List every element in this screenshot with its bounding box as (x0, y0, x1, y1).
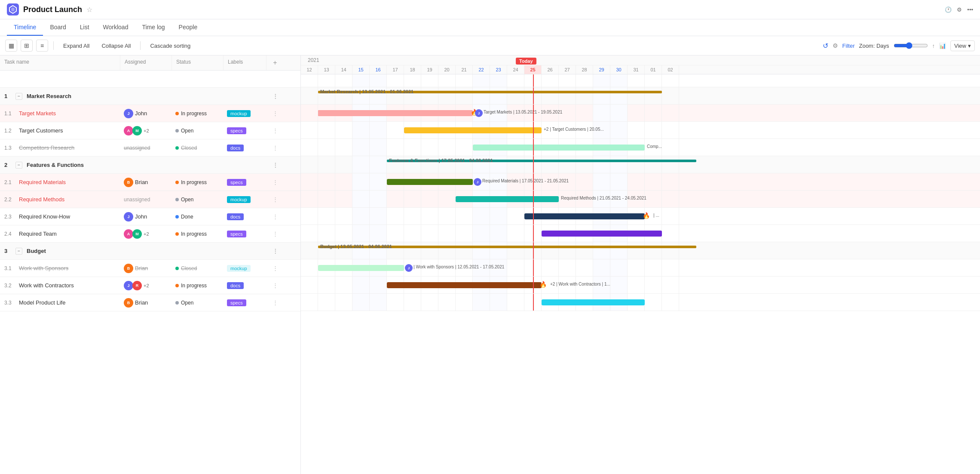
gantt-task-bar[interactable] (456, 196, 559, 202)
label-badge[interactable]: specs (227, 231, 246, 237)
view-btn[interactable]: View ▾ (950, 40, 975, 51)
gantt-task-bar[interactable] (524, 213, 645, 219)
tab-timeline[interactable]: Timeline (7, 19, 43, 36)
task-name[interactable]: Required Materials (19, 179, 66, 185)
label-badge[interactable]: docs (227, 145, 244, 151)
cascade-sorting-btn[interactable]: Cascade sorting (146, 41, 195, 51)
label-badge[interactable]: mockup (227, 265, 251, 272)
task-name[interactable]: Model Product Life (19, 299, 65, 306)
filter-icon[interactable]: ⚙ (833, 42, 838, 49)
gantt-row (301, 294, 980, 311)
assigned-cell: B Brian (120, 261, 172, 276)
gantt-day: 01 (645, 65, 662, 74)
table-row: 3 − Budget ⋮ (0, 243, 300, 260)
gantt-task-bar[interactable] (387, 179, 473, 185)
toolbar-right: ↺ ⚙ Filter Zoom: Days ↑ 📊 View ▾ (823, 40, 975, 51)
plus-count: +2 (144, 128, 149, 133)
today-line (533, 242, 534, 259)
label-badge[interactable]: mockup (227, 196, 251, 203)
gantt-task-bar[interactable] (404, 127, 542, 133)
task-name: Features & Functions (27, 162, 84, 168)
expand-all-btn[interactable]: Expand All (59, 41, 94, 51)
label-badge[interactable]: specs (227, 127, 246, 134)
row-menu[interactable]: ⋮ (266, 176, 284, 188)
gantt-icon[interactable]: ≡ (36, 40, 48, 52)
gantt-day: 14 (335, 65, 352, 74)
tab-people[interactable]: People (172, 19, 205, 36)
today-line (533, 156, 534, 173)
zoom-slider[interactable] (894, 42, 928, 49)
add-column-btn[interactable]: + (266, 55, 284, 70)
label-badge[interactable]: docs (227, 213, 244, 220)
label-cell: specs (224, 297, 266, 309)
label-badge[interactable]: mockup (227, 110, 251, 117)
gantt-task-label: | Work with Sponsors | 12.05.2021 - 17.0… (413, 265, 504, 269)
task-name[interactable]: Work with Sponsors (19, 265, 68, 271)
task-name[interactable]: Target Markets (19, 110, 56, 117)
row-menu[interactable]: ⋮ (266, 159, 284, 171)
grid-icon[interactable]: ▦ (5, 40, 17, 52)
app-header: Product Launch ☆ 🕐 ⚙ ••• (0, 0, 980, 19)
export-icon[interactable]: ↑ (932, 43, 935, 49)
history-icon[interactable]: 🕐 (945, 6, 952, 13)
task-name[interactable]: Required Team (19, 231, 57, 237)
gantt-task-bar[interactable] (318, 110, 473, 116)
gantt-row (301, 225, 980, 242)
filter-btn[interactable]: Filter (842, 43, 855, 49)
row-number: 2.1 (4, 179, 16, 185)
status-cell: In progress (172, 228, 224, 240)
row-menu[interactable]: ⋮ (266, 297, 284, 308)
row-menu[interactable]: ⋮ (266, 280, 284, 291)
gantt-task-bar[interactable] (318, 265, 404, 271)
gantt-task-bar[interactable] (542, 299, 645, 305)
gantt-task-bar[interactable] (473, 145, 645, 151)
today-line (533, 225, 534, 242)
today-line (533, 191, 534, 207)
table-row (0, 71, 300, 88)
row-menu[interactable]: ⋮ (266, 125, 284, 136)
label-cell: mockup (224, 108, 266, 120)
table-row: 3.3 Model Product Life B Brian Open spec… (0, 294, 300, 311)
refresh-icon[interactable]: ↺ (823, 42, 828, 50)
row-menu[interactable]: ⋮ (266, 211, 284, 222)
tab-list[interactable]: List (73, 19, 96, 36)
gantt-task-bar[interactable] (387, 282, 542, 288)
label-badge[interactable]: docs (227, 282, 244, 289)
row-menu[interactable]: ⋮ (266, 108, 284, 119)
tab-timelog[interactable]: Time log (135, 19, 172, 36)
fire-icon: 🔥 (539, 281, 547, 288)
row-menu[interactable]: ⋮ (266, 245, 284, 257)
collapse-btn[interactable]: − (15, 162, 22, 169)
row-menu[interactable]: ⋮ (266, 194, 284, 205)
settings-icon[interactable]: ⚙ (957, 6, 962, 13)
table-row: 2.2 Required Methods unassigned Open moc… (0, 191, 300, 208)
task-name[interactable]: Required Methods (19, 196, 64, 203)
label-badge[interactable]: specs (227, 179, 246, 186)
row-menu[interactable]: ⋮ (266, 262, 284, 274)
chart-icon[interactable]: 📊 (939, 43, 946, 49)
task-name[interactable]: Target Customers (19, 127, 63, 134)
gantt-row: 🔥 | ... (301, 208, 980, 225)
more-icon[interactable]: ••• (967, 6, 973, 13)
gantt-task-bar[interactable] (542, 231, 662, 237)
assigned-name: John (135, 213, 147, 220)
label-badge[interactable]: specs (227, 299, 246, 306)
table-icon[interactable]: ⊞ (21, 40, 33, 52)
collapse-all-btn[interactable]: Collapse All (97, 41, 135, 51)
today-line (533, 74, 534, 87)
task-name[interactable]: Required Know-How (19, 213, 70, 220)
task-name[interactable]: Competitors Research (19, 145, 74, 151)
tab-workload[interactable]: Workload (96, 19, 135, 36)
gantt-panel[interactable]: 2021 1213141516171819202122232425Today26… (301, 55, 980, 474)
collapse-btn[interactable]: − (15, 93, 22, 100)
row-menu[interactable]: ⋮ (266, 228, 284, 240)
collapse-btn[interactable]: − (15, 248, 22, 255)
star-icon[interactable]: ☆ (86, 6, 92, 14)
avatar: B (124, 178, 133, 187)
row-menu[interactable]: ⋮ (266, 142, 284, 154)
task-name[interactable]: Work with Contractors (19, 282, 74, 289)
status-cell: In progress (172, 108, 224, 119)
tab-board[interactable]: Board (43, 19, 73, 36)
header-actions: 🕐 ⚙ ••• (945, 6, 973, 13)
row-menu[interactable]: ⋮ (266, 90, 284, 102)
